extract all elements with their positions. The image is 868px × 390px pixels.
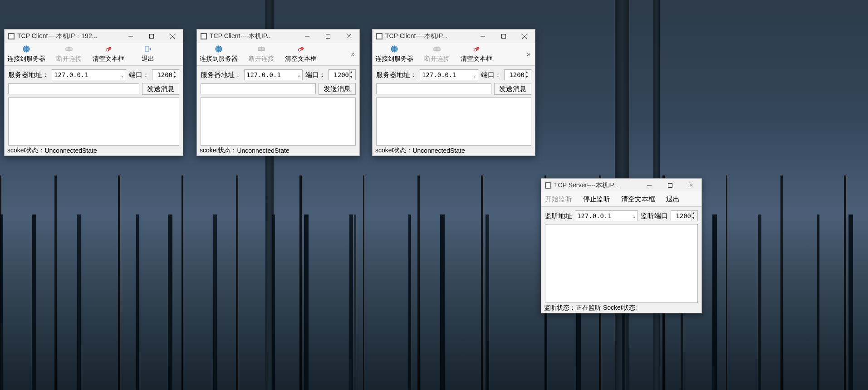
clear-label: 清空文本框 <box>461 55 492 63</box>
close-button[interactable] <box>162 29 183 43</box>
maximize-button[interactable] <box>660 179 681 192</box>
spin-arrows-icon: ▲▼ <box>350 70 355 80</box>
exit-label: 退出 <box>142 55 154 63</box>
close-button[interactable] <box>681 179 701 192</box>
minimize-icon <box>647 183 652 188</box>
server-addr-label: 服务器地址： <box>8 71 49 79</box>
exit-button[interactable]: 退出 <box>134 45 162 63</box>
close-button[interactable] <box>514 29 535 43</box>
send-button[interactable]: 发送消息 <box>319 83 356 95</box>
svg-rect-1 <box>150 34 154 38</box>
status-prefix: scoket状态： <box>7 146 44 155</box>
connect-button[interactable]: 连接到服务器 <box>7 45 45 63</box>
log-textarea[interactable] <box>545 224 698 303</box>
spin-arrows-icon: ▲▼ <box>526 70 530 80</box>
message-input[interactable] <box>376 83 491 94</box>
svg-rect-20 <box>502 34 506 38</box>
chevron-down-icon: ⌄ <box>297 72 300 78</box>
port-label: 端口： <box>481 71 501 79</box>
send-label: 发送消息 <box>147 85 174 93</box>
maximize-button[interactable] <box>493 29 514 43</box>
toolbar-overflow-button[interactable]: » <box>349 50 357 58</box>
titlebar[interactable]: TCP Client----本机IP：192... <box>5 29 183 43</box>
tcp-server-window[interactable]: TCP Server----本机IP... 开始监听 停止监听 清空文本框 退出… <box>541 178 702 313</box>
disconnect-label: 断开连接 <box>424 55 450 63</box>
server-form: 监听地址 127.0.0.1 ⌄ 监听端口 1200 ▲▼ <box>541 207 701 224</box>
log-textarea[interactable] <box>8 98 179 146</box>
minimize-button[interactable] <box>120 29 141 43</box>
server-addr-combo[interactable]: 127.0.0.1 ⌄ <box>244 69 303 80</box>
port-value: 1200 <box>509 71 525 78</box>
disconnect-button[interactable]: 断开连接 <box>248 45 275 63</box>
message-input[interactable] <box>201 83 316 94</box>
server-addr-label: 服务器地址： <box>376 71 417 79</box>
server-addr-combo[interactable]: 127.0.0.1 ⌄ <box>52 69 126 80</box>
message-input[interactable] <box>8 83 139 94</box>
titlebar[interactable]: TCP Client----本机IP... <box>373 29 535 43</box>
log-textarea[interactable] <box>201 98 356 146</box>
log-textarea[interactable] <box>376 98 531 146</box>
globe-icon <box>215 45 223 53</box>
listen-addr-combo[interactable]: 127.0.0.1 ⌄ <box>575 210 638 221</box>
minimize-button[interactable] <box>297 29 318 43</box>
connect-button[interactable]: 连接到服务器 <box>375 45 413 63</box>
port-spin[interactable]: 1200 ▲▼ <box>329 69 356 80</box>
server-addr-combo[interactable]: 127.0.0.1 ⌄ <box>420 69 478 80</box>
maximize-icon <box>668 183 672 188</box>
disconnect-label: 断开连接 <box>249 55 274 63</box>
send-button[interactable]: 发送消息 <box>494 83 531 95</box>
exit-icon <box>144 45 152 53</box>
svg-rect-9 <box>145 46 149 52</box>
send-button[interactable]: 发送消息 <box>142 83 179 95</box>
clear-text-button[interactable]: 清空文本框 <box>285 45 317 63</box>
clear-text-button[interactable]: 清空文本框 <box>93 45 124 63</box>
server-addr-value: 127.0.0.1 <box>422 71 456 78</box>
connect-label: 连接到服务器 <box>200 55 238 63</box>
disconnect-button[interactable]: 断开连接 <box>423 45 451 63</box>
port-label: 端口： <box>305 71 326 79</box>
statusbar: scoket状态： UnconnectedState <box>5 146 183 156</box>
titlebar[interactable]: TCP Server----本机IP... <box>541 179 701 192</box>
window-title: TCP Client----本机IP：192... <box>17 32 120 40</box>
minimize-button[interactable] <box>472 29 493 43</box>
spin-arrows-icon: ▲▼ <box>692 211 697 221</box>
tcp-client-window[interactable]: TCP Client----本机IP... 连接到服务器 断开连接 <box>196 29 360 156</box>
maximize-button[interactable] <box>318 29 338 43</box>
window-title: TCP Client----本机IP... <box>385 32 472 40</box>
close-button[interactable] <box>338 29 359 43</box>
clear-text-button[interactable]: 清空文本框 <box>461 45 492 63</box>
app-icon <box>201 33 207 39</box>
bg-tree <box>354 214 356 390</box>
stop-listen-button[interactable]: 停止监听 <box>583 195 610 204</box>
clear-text-button[interactable]: 清空文本框 <box>621 195 655 204</box>
port-spin[interactable]: 1200 ▲▼ <box>152 69 179 80</box>
tcp-client-window[interactable]: TCP Client----本机IP... 连接到服务器 断开连接 <box>372 29 535 156</box>
port-value: 1200 <box>157 71 172 78</box>
minimize-icon <box>305 34 309 39</box>
window-title: TCP Client----本机IP... <box>210 32 297 40</box>
connect-button[interactable]: 连接到服务器 <box>200 45 238 63</box>
titlebar[interactable]: TCP Client----本机IP... <box>197 29 359 43</box>
disconnect-button[interactable]: 断开连接 <box>55 45 83 63</box>
window-controls <box>472 29 535 43</box>
connect-label: 连接到服务器 <box>375 55 413 63</box>
tcp-client-window[interactable]: TCP Client----本机IP：192... 连接到服务器 断开连接 <box>4 29 183 156</box>
chevron-down-icon: ⌄ <box>121 72 124 78</box>
port-spin[interactable]: 1200 ▲▼ <box>504 69 531 80</box>
connect-label: 连接到服务器 <box>7 55 45 63</box>
minimize-icon <box>481 34 485 39</box>
listen-port-label: 监听端口 <box>641 212 668 220</box>
toolbar-overflow-button[interactable]: » <box>525 50 532 58</box>
maximize-button[interactable] <box>141 29 162 43</box>
status-prefix: scoket状态： <box>200 146 237 155</box>
clear-icon <box>297 45 305 53</box>
maximize-icon <box>501 34 506 39</box>
exit-button[interactable]: 退出 <box>666 195 680 204</box>
start-listen-button[interactable]: 开始监听 <box>545 195 572 204</box>
clear-icon <box>472 45 481 53</box>
listen-port-spin[interactable]: 1200 ▲▼ <box>671 210 698 221</box>
server-addr-label: 服务器地址： <box>201 71 241 79</box>
client-form: 服务器地址： 127.0.0.1 ⌄ 端口： 1200 ▲▼ 发送消息 <box>197 66 359 98</box>
disconnect-icon <box>257 45 265 53</box>
minimize-button[interactable] <box>639 179 660 192</box>
